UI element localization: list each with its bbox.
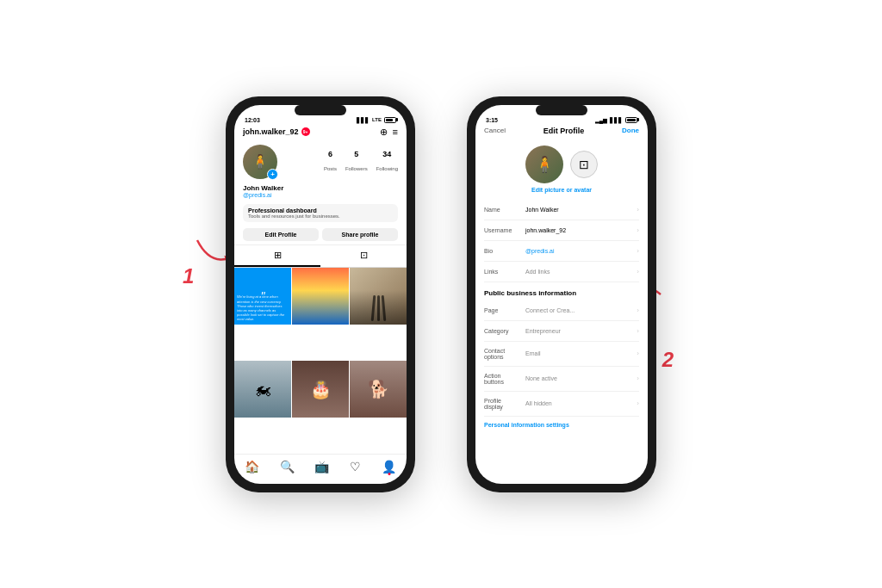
followers-stat[interactable]: 5 Followers	[345, 150, 368, 174]
phone-2: 3:15 ▂▄▆ ▋▋▋ Cancel Edit Profile Done	[467, 96, 656, 492]
phone-2-wrapper: 2 3:15 ▂▄▆ ▋▋▋	[467, 96, 656, 492]
page-chevron: ›	[637, 306, 639, 314]
edit-profile-header: Cancel Edit Profile Done	[475, 125, 648, 140]
following-label: Following	[376, 166, 398, 171]
nav-profile[interactable]: 👤	[382, 460, 396, 473]
profile-display-chevron: ›	[637, 399, 639, 407]
share-profile-button[interactable]: Share profile	[322, 228, 398, 241]
menu-icon[interactable]: ≡	[393, 127, 398, 137]
bottom-navigation: 🏠 🔍 📺 ♡ 👤	[234, 454, 407, 484]
dashboard-title: Professional dashboard	[248, 207, 393, 214]
grid-item-1[interactable]: " We're living at a time when attention …	[234, 268, 291, 325]
edit-profile-avatar[interactable]: 🧍	[525, 145, 563, 183]
bio-chevron: ›	[637, 247, 639, 255]
grid-item-3[interactable]	[350, 268, 407, 325]
avatar-add-button[interactable]: +	[267, 169, 278, 180]
profile-handle[interactable]: @predis.ai	[243, 192, 398, 198]
annotation-1: 1	[183, 264, 194, 288]
username-label: Username	[484, 227, 520, 233]
tab-tagged[interactable]: ⊡	[320, 245, 407, 267]
following-stat[interactable]: 34 Following	[376, 150, 398, 174]
battery-icon	[384, 117, 396, 123]
avatar-wrapper: 🧍 +	[243, 145, 277, 179]
public-business-section-title: Public business information	[484, 282, 639, 300]
grid-item-4[interactable]: 🏍	[234, 361, 291, 418]
profile-display-value: All hidden	[525, 400, 631, 406]
page-row[interactable]: Page Connect or Crea... ›	[484, 300, 639, 321]
category-label: Category	[484, 328, 520, 334]
phone-1-header: john.walker_92 9+ ⊕ ≡	[234, 125, 407, 141]
bio-value[interactable]: @predis.ai	[525, 248, 631, 254]
phone-1-username-row: john.walker_92 9+	[243, 127, 310, 136]
avatar-style-button[interactable]: ⊡	[570, 151, 598, 178]
action-buttons-row[interactable]: Action buttons None active ›	[484, 367, 639, 392]
cancel-button[interactable]: Cancel	[484, 127, 506, 134]
followers-count: 5	[345, 150, 368, 158]
contact-chevron: ›	[637, 350, 639, 357]
page-label: Page	[484, 307, 520, 313]
action-buttons-chevron: ›	[637, 374, 639, 382]
bio-row: Bio @predis.ai ›	[484, 241, 639, 262]
phone-1-status-icons: ▋▋▋ LTE	[357, 117, 396, 123]
personal-information-settings-link[interactable]: Personal information settings	[484, 417, 639, 433]
tab-grid[interactable]: ⊞	[234, 245, 320, 267]
category-value: Entrepreneur	[525, 328, 631, 334]
category-row[interactable]: Category Entrepreneur ›	[484, 321, 639, 342]
battery-fill	[386, 119, 393, 121]
profile-bio: John Walker @predis.ai	[234, 183, 407, 201]
avatar-section: 🧍 ⊡ Edit picture or avatar	[475, 140, 648, 200]
signal-icon: ▋▋▋	[357, 117, 370, 123]
username-chevron: ›	[637, 226, 639, 234]
links-chevron: ›	[637, 268, 639, 275]
profile-dot	[388, 473, 390, 475]
grid-item-6[interactable]: 🐕	[350, 361, 407, 418]
add-post-icon[interactable]: ⊕	[380, 127, 388, 138]
following-count: 34	[376, 150, 398, 158]
bio-label: Bio	[484, 248, 520, 254]
name-chevron: ›	[637, 206, 639, 214]
profile-display-label: Profile display	[484, 398, 520, 410]
profile-display-row[interactable]: Profile display All hidden ›	[484, 392, 639, 417]
photo-grid: " We're living at a time when attention …	[234, 268, 407, 454]
contact-options-row[interactable]: Contact options Email ›	[484, 342, 639, 367]
nav-search[interactable]: 🔍	[280, 460, 295, 473]
notification-badge[interactable]: 9+	[301, 127, 310, 136]
phone-2-time: 3:15	[486, 117, 498, 123]
name-label: Name	[484, 207, 520, 213]
phones-container: 1 12:03 ▋▋▋ LTE	[226, 96, 656, 492]
professional-dashboard-card[interactable]: Professional dashboard Tools and resourc…	[243, 204, 398, 222]
battery-fill-2	[627, 119, 636, 121]
phone-1-wrapper: 12:03 ▋▋▋ LTE john.walker_92 9+	[226, 96, 415, 492]
links-label: Links	[484, 269, 520, 275]
signal-bars: ▋▋▋	[610, 117, 623, 123]
content-tabs: ⊞ ⊡	[234, 244, 407, 268]
nav-home[interactable]: 🏠	[245, 460, 259, 473]
action-buttons-value: None active	[525, 375, 631, 381]
phone-1-notch	[295, 105, 346, 115]
links-row[interactable]: Links Add links ›	[484, 262, 639, 282]
followers-label: Followers	[345, 166, 368, 171]
annotation-2: 2	[662, 348, 674, 372]
phone-2-notch	[536, 105, 587, 115]
nav-reels[interactable]: 📺	[314, 460, 329, 473]
header-icons: ⊕ ≡	[380, 127, 398, 138]
username-value[interactable]: john.walker_92	[525, 227, 631, 233]
phone-1-time: 12:03	[245, 117, 260, 123]
edit-profile-button[interactable]: Edit Profile	[243, 228, 319, 241]
edit-picture-label[interactable]: Edit picture or avatar	[531, 187, 592, 193]
posts-label: Posts	[324, 166, 337, 171]
profile-stats-row: 🧍 + 6 Posts 5 Followers 34	[234, 141, 407, 183]
stats-group: 6 Posts 5 Followers 34 Following	[284, 150, 398, 174]
nav-likes[interactable]: ♡	[350, 460, 361, 473]
grid-item-2[interactable]	[292, 268, 349, 325]
grid-item-5[interactable]: 🎂	[292, 361, 349, 418]
contact-label: Contact options	[484, 348, 520, 360]
name-row: Name John Walker ›	[484, 200, 639, 220]
links-value[interactable]: Add links	[525, 269, 631, 275]
wifi-icon: ▂▄▆	[595, 117, 607, 123]
name-value[interactable]: John Walker	[525, 207, 631, 213]
dashboard-subtitle: Tools and resources just for businesses.	[248, 214, 393, 219]
avatar-row: 🧍 ⊡	[525, 145, 598, 183]
username-row: Username john.walker_92 ›	[484, 220, 639, 241]
done-button[interactable]: Done	[622, 127, 639, 134]
